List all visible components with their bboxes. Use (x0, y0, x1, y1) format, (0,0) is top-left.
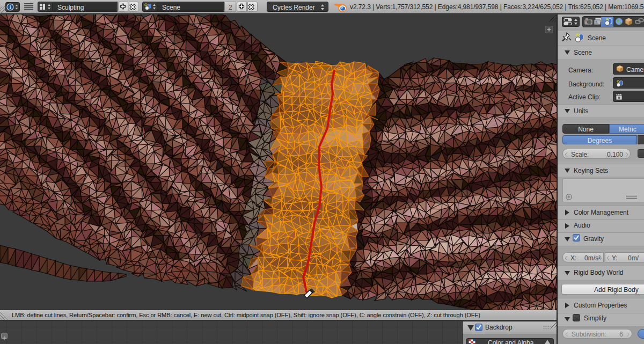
svg-text:i: i (10, 5, 11, 10)
